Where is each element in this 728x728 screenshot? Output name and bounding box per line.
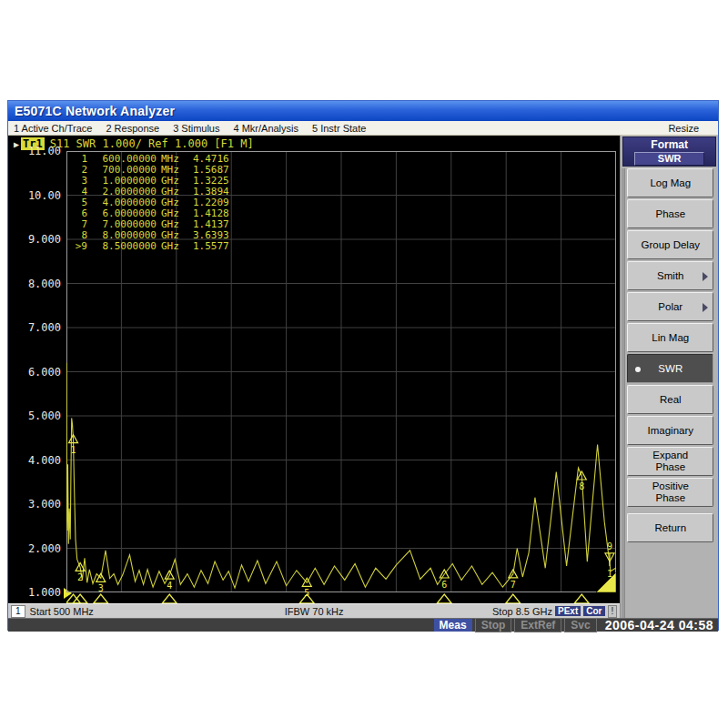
softkey-header: Format SWR — [622, 136, 716, 167]
marker-7-label: 7 — [511, 580, 516, 590]
marker-2-label: 2 — [77, 572, 83, 582]
stop-frequency[interactable]: Stop 8.5 GHz — [492, 606, 552, 617]
marker-3-label: 3 — [98, 583, 104, 593]
softkey-label: SWR — [658, 363, 682, 375]
softkey-label: Polar — [658, 301, 682, 313]
marker-6-stimulus-icon — [437, 594, 451, 603]
softkey-lin-mag[interactable]: Lin Mag — [627, 323, 713, 352]
softkey-label: Log Mag — [650, 177, 691, 189]
channel-status-bar: 1 Start 500 MHz IFBW 70 kHz Stop 8.5 GHz… — [8, 603, 620, 618]
submenu-arrow-icon — [703, 303, 708, 312]
selected-bullet-icon — [635, 367, 641, 372]
softkey-label: Real — [660, 394, 682, 406]
y-tick-label: 6.000 — [10, 366, 61, 379]
marker-number: >9 — [69, 241, 87, 252]
softkey-phase[interactable]: Phase — [627, 199, 713, 228]
softkey-label: Positive Phase — [652, 480, 689, 504]
datetime-display: 2006-04-24 04:58 — [602, 618, 716, 632]
instrument-status-bar: MeasStopExtRefSvc 2006-04-24 04:58 — [8, 618, 718, 632]
softkey-real[interactable]: Real — [627, 385, 713, 414]
softkey-label: Imaginary — [648, 425, 694, 437]
title-bar[interactable]: E5071C Network Analyzer — [8, 101, 718, 121]
menu-item-5[interactable]: 5 Instr State — [312, 123, 366, 134]
softkey-positive-phase[interactable]: Positive Phase — [627, 478, 713, 507]
marker-unit: GHz — [157, 241, 184, 252]
analyzer-window: E5071C Network Analyzer 1 Active Ch/Trac… — [7, 100, 719, 631]
marker-3-stimulus-icon — [94, 594, 108, 603]
menu-item-2[interactable]: 2 Response — [106, 123, 159, 134]
resize-button[interactable]: Resize — [668, 123, 699, 134]
marker-1-label: 1 — [71, 445, 76, 455]
marker-4-stimulus-icon — [162, 594, 177, 603]
menu-items: 1 Active Ch/Trace2 Response3 Stimulus4 M… — [14, 123, 379, 134]
softkey-current-value: SWR — [634, 152, 704, 166]
marker-frequency: 8.5000000 — [87, 241, 157, 252]
marker-8-stimulus-icon — [574, 594, 589, 603]
softkey-return[interactable]: Return — [627, 513, 713, 542]
warning-indicator[interactable]: ! — [608, 605, 618, 618]
instrument-badge-svc: Svc — [564, 618, 596, 632]
marker-7-stimulus-icon — [506, 594, 521, 603]
y-axis-labels: 11.0010.009.0008.0007.0006.0005.0004.000… — [8, 136, 63, 603]
channel-badges: PExtCor — [552, 605, 604, 617]
softkey-label: Return — [655, 522, 687, 534]
submenu-arrow-icon — [703, 272, 708, 281]
y-tick-label: 1.000 — [10, 586, 61, 599]
softkey-smith[interactable]: Smith — [627, 261, 713, 290]
menu-item-4[interactable]: 4 Mkr/Analysis — [233, 123, 298, 134]
menu-item-1[interactable]: 1 Active Ch/Trace — [14, 123, 92, 134]
active-marker-number: 9 — [607, 541, 612, 551]
softkey-menu-title: Format — [623, 137, 715, 151]
marker-6-label: 6 — [441, 580, 447, 590]
marker-8-label: 8 — [579, 481, 584, 491]
y-tick-label: 10.00 — [10, 189, 61, 202]
softkey-imaginary[interactable]: Imaginary — [627, 416, 713, 445]
softkey-group-delay[interactable]: Group Delay — [627, 230, 713, 259]
y-tick-label: 2.000 — [10, 542, 61, 555]
plot-area: ▶Tr1S11 SWR 1.000/ Ref 1.000 [F1 M] 11.0… — [8, 136, 620, 603]
y-tick-label: 5.000 — [10, 410, 61, 422]
y-tick-label: 4.000 — [10, 454, 61, 467]
y-tick-label: 9.000 — [10, 233, 61, 246]
window-title: E5071C Network Analyzer — [15, 104, 175, 118]
softkey-label: Lin Mag — [652, 332, 689, 344]
softkey-scroll-strip[interactable] — [622, 168, 625, 618]
menu-bar: 1 Active Ch/Trace2 Response3 Stimulus4 M… — [8, 121, 718, 136]
menu-item-3[interactable]: 3 Stimulus — [173, 123, 219, 134]
status-badge-pext: PExt — [555, 606, 581, 616]
softkey-label: Expand Phase — [652, 450, 688, 473]
instrument-badge-stop: Stop — [475, 618, 512, 632]
trace-status-text: S11 SWR 1.000/ Ref 1.000 [F1 M] — [50, 137, 254, 150]
marker-value: 1.5577 — [184, 241, 229, 252]
instrument-badge-meas[interactable]: Meas — [434, 619, 472, 632]
status-badge-cor: Cor — [583, 606, 604, 616]
y-tick-label: 8.000 — [10, 278, 61, 290]
y-tick-label: 7.000 — [10, 321, 61, 334]
softkey-swr[interactable]: SWR — [627, 354, 713, 383]
softkey-sidebar: Format SWR Log MagPhaseGroup DelaySmithP… — [620, 136, 718, 618]
softkey-polar[interactable]: Polar — [627, 292, 713, 321]
marker-4-label: 4 — [167, 581, 172, 591]
softkey-log-mag[interactable]: Log Mag — [627, 168, 713, 197]
softkey-label: Phase — [655, 208, 685, 220]
marker-table: 1600.00000MHz4.47162700.00000MHz1.568731… — [69, 154, 229, 252]
softkey-expand-phase[interactable]: Expand Phase — [627, 447, 713, 476]
instrument-badges: MeasStopExtRefSvc — [431, 619, 597, 632]
softkey-label: Smith — [657, 270, 683, 282]
instrument-badge-extref: ExtRef — [514, 618, 561, 632]
y-tick-label: 11.00 — [10, 145, 61, 157]
y-tick-label: 3.000 — [10, 498, 61, 511]
marker-table-row: >98.5000000GHz1.5577 — [69, 241, 229, 252]
softkey-label: Group Delay — [642, 239, 701, 251]
